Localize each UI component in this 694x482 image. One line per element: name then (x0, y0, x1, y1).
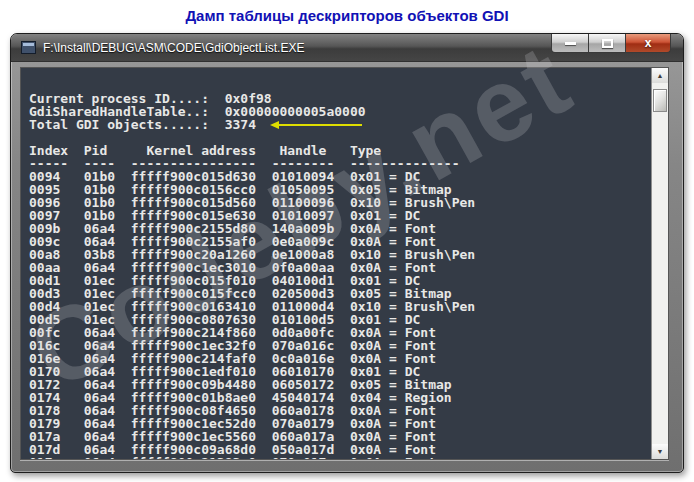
table-row: 017e 06a4 fffff900c21393a0 070a017e 0x0A… (29, 456, 647, 459)
close-button[interactable]: x (625, 34, 671, 53)
close-icon: x (645, 36, 652, 50)
caption-buttons: x (552, 34, 671, 53)
minimize-icon (565, 42, 576, 45)
scroll-up-button[interactable]: ▲ (652, 68, 668, 83)
maximize-icon (602, 39, 613, 48)
console-text: Current process ID....: 0x0f98GdiSharedH… (21, 68, 651, 459)
console-area: Current process ID....: 0x0f98GdiSharedH… (20, 67, 669, 460)
scrollbar-thumb[interactable] (653, 89, 667, 112)
minimize-button[interactable] (551, 34, 589, 53)
info-line: Total GDI objects.....: 3374 (29, 118, 647, 131)
console-app-icon[interactable] (21, 41, 36, 54)
left-arrow-icon (270, 120, 364, 130)
scroll-down-icon: ▼ (657, 448, 664, 455)
console-window: F:\Install\DEBUG\ASM\CODE\GdiObjectList.… (10, 33, 684, 473)
scroll-down-button[interactable]: ▼ (652, 444, 668, 459)
page-title: Дамп таблицы дескрипторов объектов GDI (0, 7, 694, 24)
maximize-button[interactable] (588, 34, 626, 53)
vertical-scrollbar[interactable]: ▲ ▼ (651, 68, 668, 459)
scroll-up-icon: ▲ (657, 72, 664, 79)
